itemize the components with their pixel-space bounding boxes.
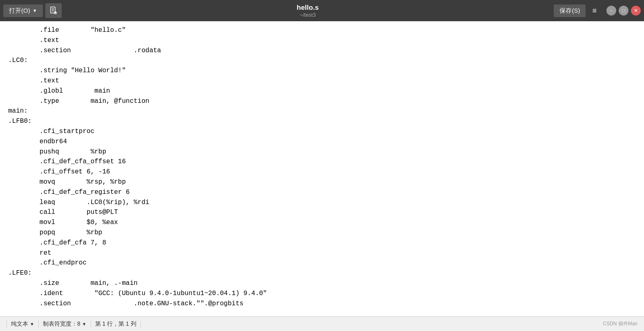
watermark-text: CSDN 插件Man: [603, 320, 637, 327]
text-mode-selector[interactable]: 纯文本 ▼: [7, 320, 39, 328]
titlebar-left: 打开(O) ▼: [3, 3, 62, 18]
statusbar-right: CSDN 插件Man: [595, 320, 637, 327]
titlebar-center: hello.s ~/test3: [62, 4, 554, 18]
menu-icon: ≡: [592, 7, 597, 15]
statusbar: 纯文本 ▼ 制表符宽度：8 ▼ 第 1 行，第 1 列 CSDN 插件Man: [0, 316, 644, 331]
menu-button[interactable]: ≡: [588, 4, 601, 17]
titlebar-right: 保存(S) ≡ － □ ✕: [554, 4, 641, 17]
text-mode-label: 纯文本: [11, 320, 28, 328]
tab-width-label: 制表符宽度：8: [43, 320, 80, 328]
document-icon: [49, 7, 58, 15]
cursor-position-label: 第 1 行，第 1 列: [95, 320, 136, 328]
open-arrow-icon: ▼: [33, 8, 37, 13]
titlebar: 打开(O) ▼ hello.s ~/test3 保存(S) ≡: [0, 0, 644, 21]
window-title-filename: hello.s: [62, 4, 554, 12]
minimize-button[interactable]: －: [606, 6, 616, 16]
cursor-position: 第 1 行，第 1 列: [91, 320, 141, 328]
main-window: 打开(O) ▼ hello.s ~/test3 保存(S) ≡: [0, 0, 644, 331]
close-button[interactable]: ✕: [631, 6, 641, 16]
maximize-button[interactable]: □: [619, 6, 628, 16]
code-editor[interactable]: .file "hello.c" .text .section .rodata .…: [0, 24, 644, 309]
open-button[interactable]: 打开(O) ▼: [3, 4, 43, 17]
window-title-path: ~/test3: [62, 12, 554, 18]
text-mode-arrow-icon: ▼: [30, 322, 34, 327]
tab-width-arrow-icon: ▼: [82, 322, 87, 327]
window-controls: － □ ✕: [606, 6, 641, 16]
tab-width-selector[interactable]: 制表符宽度：8 ▼: [39, 320, 91, 328]
editor-area[interactable]: .file "hello.c" .text .section .rodata .…: [0, 21, 644, 316]
save-button[interactable]: 保存(S): [554, 4, 586, 17]
open-label: 打开(O): [9, 7, 30, 15]
document-icon-button[interactable]: [45, 3, 62, 18]
